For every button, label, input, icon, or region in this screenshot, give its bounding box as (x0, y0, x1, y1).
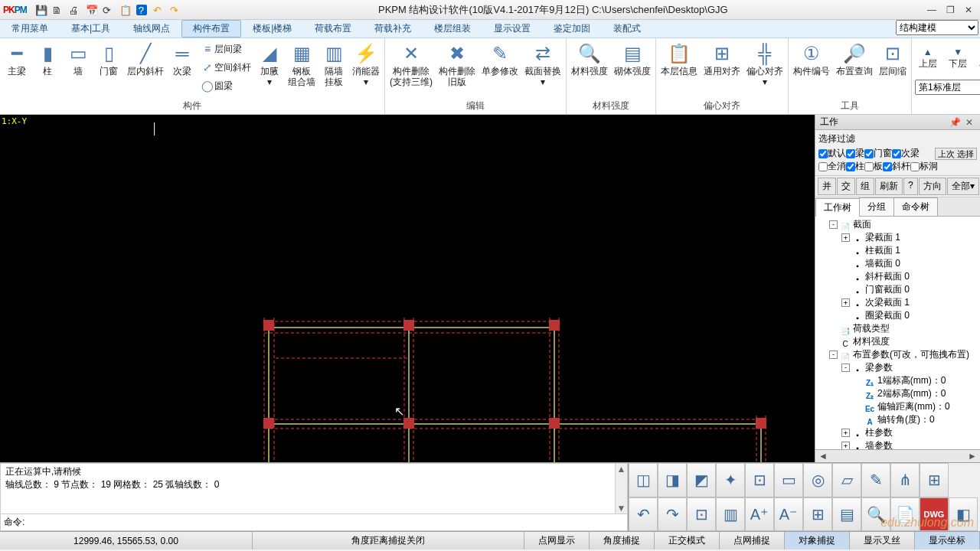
menu-7[interactable]: 楼层组装 (423, 20, 482, 37)
ribbon-btn[interactable]: ━主梁 (2, 40, 32, 78)
status-点网显示[interactable]: 点网显示 (524, 532, 590, 549)
palette-btn[interactable]: ⋔ (890, 463, 920, 497)
palette-btn[interactable]: ◩ (687, 463, 716, 497)
tab-工作树[interactable]: 工作树 (815, 198, 860, 217)
palette-btn[interactable]: ◨ (658, 463, 687, 497)
op-方向[interactable]: 方向 (919, 178, 946, 195)
last-select-button[interactable]: 上次 选择 (935, 148, 977, 160)
op-?[interactable]: ? (903, 178, 918, 195)
tree-item[interactable]: Ec偏轴距离(mm)：0 (854, 400, 978, 413)
filter-默认[interactable]: 默认 (818, 147, 846, 160)
redo-icon[interactable]: ↷ (168, 2, 183, 18)
ribbon-btn[interactable]: ═次梁 (167, 40, 198, 78)
palette-btn[interactable]: ◎ (803, 463, 832, 497)
save-icon[interactable]: 💾 (33, 2, 48, 18)
minimize-button[interactable]: — (923, 3, 940, 17)
ribbon-btn[interactable]: ✎单参修改 (479, 40, 521, 78)
ribbon-btn[interactable]: ▤砌体强度 (611, 40, 654, 78)
palette-btn[interactable]: DWG (920, 497, 949, 532)
tree-item[interactable]: ▪斜杆截面 0 (841, 270, 978, 283)
menu-5[interactable]: 荷载布置 (303, 20, 363, 37)
help-icon[interactable]: ? (134, 2, 149, 18)
command-input[interactable] (24, 517, 624, 528)
palette-btn[interactable]: ▤ (832, 497, 861, 532)
calendar-icon[interactable]: 📅 (83, 2, 99, 18)
tree-item[interactable]: C材料强度 (829, 335, 978, 348)
ribbon-btn[interactable]: ✖构件删除 旧版 (436, 40, 479, 89)
filter-斜杆[interactable]: 斜杆 (883, 160, 910, 173)
palette-btn[interactable]: ▱ (832, 463, 861, 497)
panel-close-icon[interactable]: ✕ (963, 117, 975, 128)
ribbon-btn-small[interactable]: ⤢空间斜杆 (198, 58, 254, 77)
op-刷新[interactable]: 刷新 (875, 178, 903, 195)
tree-item[interactable]: -📄截面 (829, 218, 978, 231)
tree-item[interactable]: +▪柱参数 (841, 426, 978, 439)
print-icon[interactable]: 🖨 (67, 2, 82, 18)
palette-btn[interactable]: ▭ (774, 463, 803, 497)
palette-btn[interactable]: ⊞ (803, 497, 832, 532)
menu-8[interactable]: 显示设置 (482, 20, 542, 37)
status-角度捕捉[interactable]: 角度捕捉 (590, 532, 655, 549)
ribbon-btn-small[interactable]: ◯圆梁 (198, 77, 254, 95)
tree-item[interactable]: ▪圈梁截面 0 (841, 309, 978, 322)
tab-分组[interactable]: 分组 (859, 197, 894, 216)
filter-标洞[interactable]: 标洞 (910, 160, 938, 173)
palette-btn[interactable]: ▥ (716, 497, 745, 532)
menu-10[interactable]: 装配式 (602, 20, 652, 37)
ribbon-btn[interactable]: ✕构件删除 (支持三维) (387, 40, 436, 89)
tree-item[interactable]: ▪柱截面 1 (841, 244, 978, 257)
tree-item[interactable]: 📑荷载类型 (829, 322, 978, 335)
ribbon-btn[interactable]: ▮柱 (32, 40, 63, 78)
ribbon-btn[interactable]: ╬偏心对齐 ▾ (743, 40, 786, 89)
ribbon-btn[interactable]: ⚡消能器 ▾ (349, 40, 383, 89)
ribbon-btn[interactable]: ╱层内斜杆 (124, 40, 167, 78)
ribbon-btn[interactable]: ⊞通用对齐 (701, 40, 743, 78)
work-tree[interactable]: -📄截面+▪梁截面 1▪柱截面 1▪墙截面 0▪斜杆截面 0▪门窗截面 0+▪次… (815, 217, 980, 449)
tab-命令树[interactable]: 命令树 (893, 197, 938, 216)
floor-dropdown[interactable]: 第1标准层 (915, 80, 980, 95)
tree-item[interactable]: -▪梁参数 (841, 361, 978, 374)
copy-icon[interactable]: 📋 (117, 2, 132, 18)
menu-3[interactable]: 构件布置 (181, 20, 241, 37)
op-交[interactable]: 交 (837, 178, 855, 195)
op-全部▾[interactable]: 全部▾ (947, 178, 979, 195)
palette-btn[interactable]: ⊡ (687, 497, 716, 532)
filter-全消[interactable]: 全消 (818, 160, 846, 173)
tree-item[interactable]: ▪门窗截面 0 (841, 283, 978, 296)
refresh-icon[interactable]: ⟳ (100, 2, 116, 18)
ribbon-btn[interactable]: ▭墙 (63, 40, 93, 78)
scroll-up-icon[interactable]: ▲ (617, 464, 626, 474)
scroll-left-icon[interactable]: ◄ (818, 451, 828, 461)
status-对象捕捉[interactable]: 对象捕捉 (785, 532, 850, 549)
close-button[interactable]: ✕ (960, 3, 977, 17)
palette-btn[interactable]: ◧ (949, 497, 978, 532)
op-组[interactable]: 组 (856, 178, 874, 195)
menu-1[interactable]: 基本|工具 (60, 20, 122, 37)
status-显示叉丝[interactable]: 显示叉丝 (850, 532, 915, 549)
palette-btn[interactable]: ✎ (861, 463, 890, 497)
palette-btn[interactable]: ⊞ (920, 463, 949, 497)
menu-4[interactable]: 楼板|楼梯 (241, 20, 303, 37)
tree-item[interactable]: +▪墙参数 (841, 439, 978, 449)
filter-柱[interactable]: 柱 (846, 160, 864, 173)
palette-btn[interactable]: ◫ (629, 463, 658, 497)
ribbon-btn[interactable]: ▥隔墙 挂板 (318, 40, 349, 89)
palette-btn[interactable]: ↷ (658, 497, 687, 532)
op-并[interactable]: 并 (818, 178, 836, 195)
nav-下层[interactable]: ▼下层 (944, 40, 973, 77)
status-正交模式[interactable]: 正交模式 (655, 532, 720, 549)
palette-btn[interactable]: ↶ (629, 497, 658, 532)
ribbon-btn[interactable]: 🔎布置查询 (833, 40, 876, 78)
maximize-button[interactable]: ❐ (942, 3, 959, 17)
ribbon-btn-small[interactable]: ≡层间梁 (198, 40, 254, 58)
drawing-canvas[interactable]: 1:X-Y │ (0, 115, 815, 462)
tree-item[interactable]: ▪墙截面 0 (841, 257, 978, 270)
ribbon-btn[interactable]: ▯门窗 (93, 40, 124, 78)
filter-次梁[interactable]: 次梁 (892, 147, 920, 160)
filter-板[interactable]: 板 (864, 160, 883, 173)
status-点网捕捉[interactable]: 点网捕捉 (720, 532, 785, 549)
ribbon-btn[interactable]: 🔍材料强度 (568, 40, 611, 78)
ribbon-btn[interactable]: 📋本层信息 (658, 40, 701, 78)
ribbon-btn[interactable]: ⇄截面替换 ▾ (521, 40, 564, 89)
palette-btn[interactable]: A⁻ (774, 497, 803, 532)
